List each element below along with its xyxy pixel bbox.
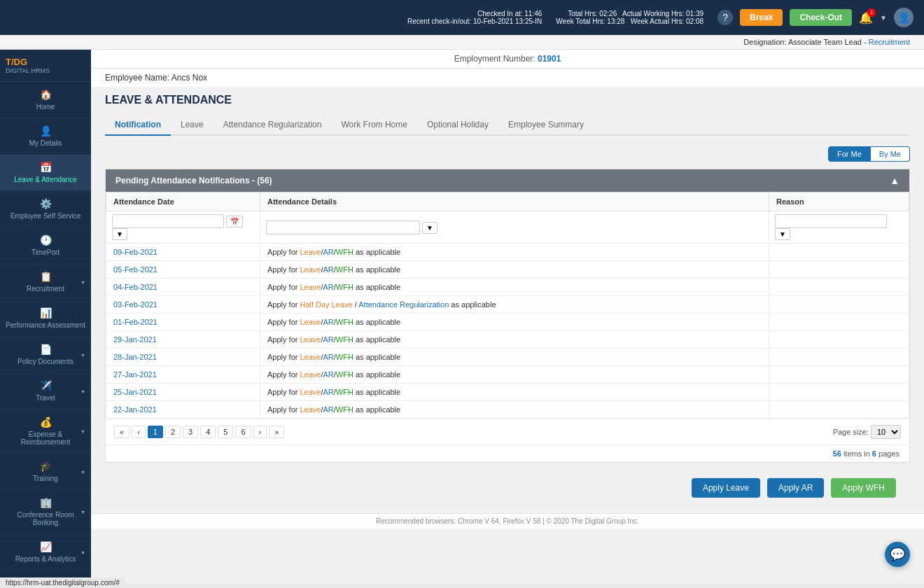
tab-wfh[interactable]: Work From Home — [331, 115, 416, 136]
page-3-btn[interactable]: 3 — [183, 426, 198, 438]
table-row: 27-Jan-2021 Apply for Leave/AR/WFH as ap… — [106, 366, 909, 384]
designation-bar: Designation: Associate Team Lead - Recru… — [0, 35, 924, 50]
tab-attendance-reg[interactable]: Attendance Regularization — [214, 115, 332, 136]
sidebar-label-recruitment: Recruitment — [27, 285, 64, 293]
col-attendance-date: Attendance Date — [106, 192, 260, 211]
col-attendance-details: Attendance Details — [260, 192, 769, 211]
recruitment-icon: 📋 — [40, 271, 52, 282]
sidebar-item-timeport[interactable]: 🕐 TimePort — [0, 227, 91, 264]
cell-date[interactable]: 01-Feb-2021 — [106, 314, 260, 331]
by-me-button[interactable]: By Me — [871, 146, 910, 162]
page-6-btn[interactable]: 6 — [235, 426, 251, 438]
help-icon[interactable]: ? — [718, 10, 733, 25]
filter-date-clear[interactable]: ▼ — [112, 228, 127, 240]
sidebar-item-performance[interactable]: 📊 Performance Assessment — [0, 300, 91, 337]
cell-date[interactable]: 29-Jan-2021 — [106, 331, 260, 349]
checkin-info: Checked In at: 11:46 Recent check-in/out… — [407, 10, 542, 25]
sidebar-logo: T/DG DIGITAL HRMS — [0, 50, 91, 82]
sidebar-item-leave-attendance[interactable]: 📅 Leave & Attendance — [0, 155, 91, 191]
clock-icon: 🕐 — [40, 234, 52, 246]
cell-date[interactable]: 28-Jan-2021 — [106, 349, 260, 366]
filter-date-calendar[interactable]: 📅 — [226, 216, 243, 227]
break-button[interactable]: Break — [740, 9, 783, 26]
apply-wfh-button[interactable]: Apply WFH — [831, 478, 896, 498]
page-first-btn[interactable]: « — [114, 426, 130, 438]
sidebar-label-timeport: TimePort — [31, 248, 59, 256]
sidebar-item-recruitment[interactable]: 📋 Recruitment — [0, 264, 91, 300]
sidebar-label-travel: Travel — [36, 394, 55, 402]
collapse-icon[interactable]: ▲ — [890, 175, 899, 186]
cell-details: Apply for Leave/AR/WFH as applicable — [260, 244, 769, 261]
performance-icon: 📊 — [40, 307, 52, 318]
sidebar-item-training[interactable]: 🎓 Training — [0, 454, 91, 490]
table-row: 01-Feb-2021 Apply for Leave/AR/WFH as ap… — [106, 314, 909, 331]
week-total-label: Week Total Hrs: — [556, 18, 605, 25]
cell-reason — [769, 349, 909, 366]
page-next-btn[interactable]: › — [253, 426, 267, 438]
designation-link[interactable]: Recruitment — [869, 38, 910, 46]
actual-working: 01:39 — [686, 10, 704, 18]
filter-reason-input[interactable] — [775, 214, 887, 228]
filter-reason-btn[interactable]: ▼ — [775, 228, 790, 240]
cell-date[interactable]: 25-Jan-2021 — [106, 384, 260, 401]
tab-notification[interactable]: Notification — [105, 115, 171, 136]
filter-details-btn[interactable]: ▼ — [422, 222, 438, 234]
cell-reason — [769, 401, 909, 419]
apply-ar-button[interactable]: Apply AR — [767, 478, 824, 498]
cell-details: Apply for Leave/AR/WFH as applicable — [260, 366, 769, 384]
chevron-down-icon: ▼ — [880, 14, 887, 22]
cell-date[interactable]: 04-Feb-2021 — [106, 279, 260, 296]
panel-title: Pending Attendance Notifications - (56) — [115, 176, 272, 186]
table-row: 25-Jan-2021 Apply for Leave/AR/WFH as ap… — [106, 384, 909, 401]
designation-text: Designation: Associate Team Lead - — [743, 38, 868, 46]
filter-details-input[interactable] — [266, 220, 420, 234]
tab-optional-holiday[interactable]: Optional Holiday — [417, 115, 498, 136]
tab-leave[interactable]: Leave — [171, 115, 214, 136]
sidebar-label-ess: Employee Self Service — [10, 212, 81, 220]
sidebar-item-reports[interactable]: 📈 Reports & Analytics — [0, 534, 91, 570]
cell-details: Apply for Leave/AR/WFH as applicable — [260, 401, 769, 419]
cell-details: Apply for Leave/AR/WFH as applicable — [260, 384, 769, 401]
table-row: 28-Jan-2021 Apply for Leave/AR/WFH as ap… — [106, 349, 909, 366]
tab-employee-summary[interactable]: Employee Summary — [498, 115, 594, 136]
page-last-btn[interactable]: » — [269, 426, 284, 438]
sidebar-item-employee-self-service[interactable]: ⚙️ Employee Self Service — [0, 191, 91, 227]
filter-date-input[interactable] — [112, 214, 224, 228]
sidebar-item-travel[interactable]: ✈️ Travel — [0, 373, 91, 410]
avatar[interactable]: 👤 — [894, 8, 913, 27]
week-actual-label: Week Actual Hrs: — [631, 18, 685, 25]
page-4-btn[interactable]: 4 — [200, 426, 216, 438]
sidebar-label-policy: Policy Documents — [18, 358, 74, 365]
cell-date[interactable]: 27-Jan-2021 — [106, 366, 260, 384]
pagesize-select[interactable]: 10 20 50 — [871, 425, 901, 439]
page-5-btn[interactable]: 5 — [218, 426, 233, 438]
cell-date[interactable]: 09-Feb-2021 — [106, 244, 260, 261]
sidebar-item-expense[interactable]: 💰 Expense & Reimbursement — [0, 410, 91, 454]
sidebar: T/DG DIGITAL HRMS 🏠 Home 👤 My Details 📅 … — [0, 50, 91, 584]
sidebar-item-conference[interactable]: 🏢 Conference Room Booking — [0, 490, 91, 534]
for-me-button[interactable]: For Me — [828, 146, 871, 162]
apply-leave-button[interactable]: Apply Leave — [692, 478, 760, 498]
checkout-button[interactable]: Check-Out — [790, 9, 852, 26]
sidebar-item-policy[interactable]: 📄 Policy Documents — [0, 337, 91, 373]
panel-header: Pending Attendance Notifications - (56) … — [106, 169, 909, 192]
filter-details-cell: ▼ — [260, 211, 769, 244]
cell-reason — [769, 279, 909, 296]
chat-bubble[interactable]: 💬 — [885, 542, 910, 567]
notification-icon[interactable]: 🔔 1 — [859, 11, 873, 24]
notifications-panel: Pending Attendance Notifications - (56) … — [105, 169, 910, 463]
page-prev-btn[interactable]: ‹ — [132, 426, 146, 438]
cell-date[interactable]: 05-Feb-2021 — [106, 261, 260, 279]
cell-details: Apply for Leave/AR/WFH as applicable — [260, 314, 769, 331]
logo-text: T/DG — [6, 57, 50, 67]
page-2-btn[interactable]: 2 — [165, 426, 181, 438]
cell-date[interactable]: 22-Jan-2021 — [106, 401, 260, 419]
conference-icon: 🏢 — [40, 497, 52, 508]
user-icon: 👤 — [40, 125, 52, 136]
sidebar-label-performance: Performance Assessment — [6, 321, 85, 329]
sidebar-item-home[interactable]: 🏠 Home — [0, 82, 91, 118]
sidebar-item-my-details[interactable]: 👤 My Details — [0, 118, 91, 155]
sidebar-label-training: Training — [33, 475, 58, 482]
cell-date[interactable]: 03-Feb-2021 — [106, 296, 260, 314]
page-1-btn[interactable]: 1 — [148, 426, 163, 438]
